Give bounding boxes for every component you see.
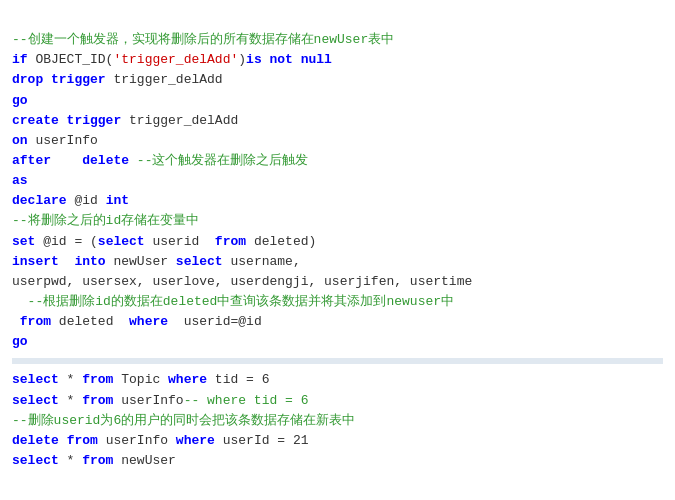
keyword-token: into — [74, 254, 105, 269]
comment-token: --删除userid为6的用户的同时会把该条数据存储在新表中 — [12, 413, 355, 428]
keyword-token: on — [12, 133, 28, 148]
code-line: userpwd, usersex, userlove, userdengji, … — [12, 272, 663, 292]
text-token: userInfo — [28, 133, 98, 148]
keyword-token: from — [82, 453, 113, 468]
text-token: @id = ( — [35, 234, 97, 249]
keyword-token: from — [20, 314, 51, 329]
text-token: * — [59, 453, 82, 468]
keyword-token: select — [176, 254, 223, 269]
keyword-token: from — [82, 372, 113, 387]
text-token: Topic — [113, 372, 168, 387]
text-token: userInfo — [113, 393, 183, 408]
text-token: username, — [223, 254, 301, 269]
code-line: delete from userInfo where userId = 21 — [12, 431, 663, 451]
code-editor: --创建一个触发器，实现将删除后的所有数据存储在newUser表中if OBJE… — [0, 0, 675, 500]
keyword-token: insert — [12, 254, 59, 269]
text-token: userid — [145, 234, 215, 249]
text-token: deleted — [51, 314, 129, 329]
code-line: after delete --这个触发器在删除之后触发 — [12, 151, 663, 171]
code-line: --创建一个触发器，实现将删除后的所有数据存储在newUser表中 — [12, 30, 663, 50]
text-token: deleted) — [246, 234, 316, 249]
comment-token: --创建一个触发器，实现将删除后的所有数据存储在newUser表中 — [12, 32, 394, 47]
code-line: --将删除之后的id存储在变量中 — [12, 211, 663, 231]
code-line: as — [12, 171, 663, 191]
code-line: if OBJECT_ID('trigger_delAdd')is not nul… — [12, 50, 663, 70]
keyword-token: go — [12, 334, 28, 349]
keyword-token: delete — [82, 153, 129, 168]
keyword-token: delete — [12, 433, 59, 448]
keyword-token: where — [129, 314, 168, 329]
code-line: go — [12, 332, 663, 352]
text-token: userInfo — [98, 433, 176, 448]
text-token: ) — [238, 52, 246, 67]
code-line: create trigger trigger_delAdd — [12, 111, 663, 131]
keyword-token: int — [106, 193, 129, 208]
text-token — [12, 314, 20, 329]
comment-token: --将删除之后的id存储在变量中 — [12, 213, 199, 228]
code-line: select * from userInfo-- where tid = 6 — [12, 391, 663, 411]
keyword-token: from — [67, 433, 98, 448]
text-token: trigger_delAdd — [106, 72, 223, 87]
text-token: tid = 6 — [207, 372, 269, 387]
code-line: on userInfo — [12, 131, 663, 151]
code-line: select * from Topic where tid = 6 — [12, 370, 663, 390]
keyword-token: go — [12, 93, 28, 108]
text-token: * — [59, 372, 82, 387]
keyword-token: where — [168, 372, 207, 387]
keyword-token: from — [82, 393, 113, 408]
keyword-token: declare — [12, 193, 67, 208]
keyword-token: is not null — [246, 52, 332, 67]
code-line: select * from newUser — [12, 451, 663, 471]
keyword-token: after — [12, 153, 51, 168]
comment-token: -- where tid = 6 — [184, 393, 309, 408]
keyword-token: select — [12, 453, 59, 468]
keyword-token: if — [12, 52, 28, 67]
comment-token: --这个触发器在删除之后触发 — [137, 153, 309, 168]
code-line: from deleted where userid=@id — [12, 312, 663, 332]
text-token — [51, 153, 82, 168]
keyword-token: drop trigger — [12, 72, 106, 87]
comment-token: --根据删除id的数据在deleted中查询该条数据并将其添加到newuser中 — [12, 294, 454, 309]
text-token: * — [59, 393, 82, 408]
text-token: @id — [67, 193, 106, 208]
text-token: userpwd, usersex, userlove, userdengji, … — [12, 274, 472, 289]
keyword-token: where — [176, 433, 215, 448]
code-line: go — [12, 91, 663, 111]
keyword-token: select — [12, 393, 59, 408]
text-token: newUser — [106, 254, 176, 269]
keyword-token: create trigger — [12, 113, 121, 128]
keyword-token: as — [12, 173, 28, 188]
text-token: newUser — [113, 453, 175, 468]
text-token: trigger_delAdd — [121, 113, 238, 128]
code-line: declare @id int — [12, 191, 663, 211]
string-token: 'trigger_delAdd' — [113, 52, 238, 67]
section-separator — [12, 358, 663, 364]
text-token: OBJECT_ID( — [28, 52, 114, 67]
code-line: --根据删除id的数据在deleted中查询该条数据并将其添加到newuser中 — [12, 292, 663, 312]
code-line: insert into newUser select username, — [12, 252, 663, 272]
keyword-token: from — [215, 234, 246, 249]
code-line: set @id = (select userid from deleted) — [12, 232, 663, 252]
code-line: --删除userid为6的用户的同时会把该条数据存储在新表中 — [12, 411, 663, 431]
text-token: userid=@id — [168, 314, 262, 329]
text-token — [59, 433, 67, 448]
code-line: drop trigger trigger_delAdd — [12, 70, 663, 90]
keyword-token: set — [12, 234, 35, 249]
keyword-token: select — [12, 372, 59, 387]
text-token: userId = 21 — [215, 433, 309, 448]
keyword-token: select — [98, 234, 145, 249]
text-token — [59, 254, 75, 269]
text-token — [129, 153, 137, 168]
